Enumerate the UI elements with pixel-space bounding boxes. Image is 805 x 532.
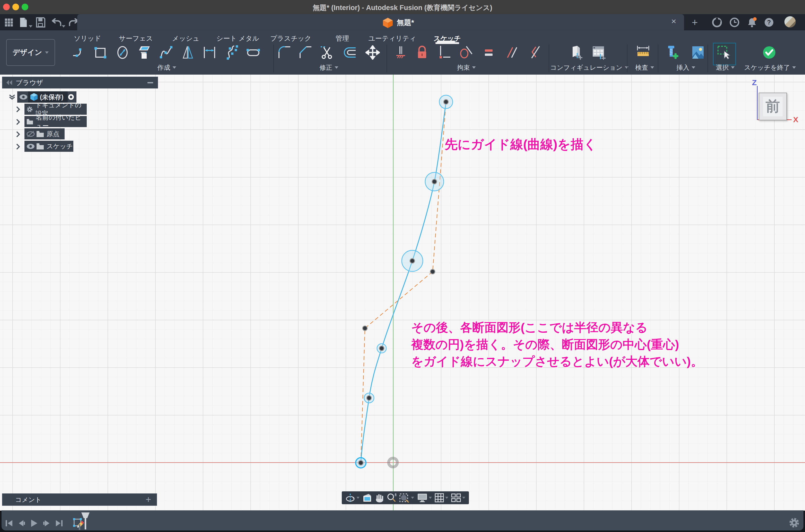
ribbon-tab-utilities[interactable]: ユーティリティ	[368, 34, 416, 43]
visibility-eye-icon[interactable]	[19, 94, 27, 100]
sketch-canvas[interactable]: 先にガイド線(曲線)を描く その後、各断面図形(ここでは半径の異なる 複数の円)…	[0, 75, 805, 511]
timeline-go-to-start-button[interactable]	[5, 519, 13, 527]
timeline-go-to-end-button[interactable]	[55, 519, 63, 527]
insert-canvas-image-icon[interactable]	[691, 45, 705, 60]
zoom-tool[interactable]: ±	[387, 493, 397, 503]
inspect-group-label[interactable]: 検査	[635, 63, 654, 72]
constraint-lock-icon[interactable]	[415, 45, 429, 60]
grid-caret[interactable]	[445, 497, 448, 499]
undo-caret[interactable]	[62, 24, 65, 28]
constraint-midpoint-icon[interactable]	[527, 45, 541, 60]
file-menu-caret[interactable]	[29, 24, 33, 28]
viewcube-z-axis	[757, 86, 757, 120]
fit-tool[interactable]	[399, 493, 414, 503]
create-group-label[interactable]: 作成	[157, 63, 176, 72]
display-settings[interactable]	[417, 493, 432, 502]
look-at-tool[interactable]	[362, 493, 372, 502]
collapse-panel-icon[interactable]	[6, 80, 13, 85]
pan-tool[interactable]	[375, 493, 384, 502]
constraint-horizontal-vertical-icon[interactable]	[437, 45, 451, 60]
create-slot-icon[interactable]	[246, 45, 260, 60]
ribbon-tab-manage[interactable]: 管理	[336, 34, 349, 43]
configuration-group-label[interactable]: コンフィギュレーション	[550, 63, 629, 72]
browser-item-sketches[interactable]: スケッチ	[24, 141, 73, 152]
finish-sketch-icon[interactable]	[762, 45, 776, 60]
ribbon-toolbar: ソリッド サーフェス メッシュ シート メタル プラスチック 管理 ユーティリテ…	[0, 30, 805, 75]
insert-fastener-icon[interactable]	[665, 45, 679, 60]
notifications-bell-icon[interactable]	[746, 17, 757, 29]
save-icon[interactable]	[36, 17, 45, 28]
expand-chevron-icon[interactable]	[16, 119, 20, 125]
select-group-label[interactable]: 選択	[716, 63, 735, 72]
timeline-step-back-button[interactable]	[17, 519, 26, 527]
active-document-radio-icon[interactable]	[68, 94, 74, 100]
job-status-clock-icon[interactable]	[729, 17, 740, 28]
browser-item-named-views[interactable]: 名前の付いたビュー	[24, 116, 87, 127]
modify-trim-icon[interactable]	[320, 45, 334, 60]
display-caret[interactable]	[429, 497, 432, 499]
viewports-caret[interactable]	[462, 497, 465, 499]
extensions-icon[interactable]	[712, 17, 722, 28]
create-circle-icon[interactable]	[115, 45, 130, 60]
fit-caret[interactable]	[411, 497, 414, 499]
add-comment-icon[interactable]: +	[146, 494, 151, 505]
create-rectangle-icon[interactable]	[93, 45, 108, 60]
expand-chevron-icon[interactable]	[16, 131, 20, 138]
modify-chamfer-icon[interactable]	[299, 45, 313, 60]
timeline-play-button[interactable]	[30, 519, 38, 527]
timeline-settings-gear-icon[interactable]	[788, 517, 800, 528]
ribbon-tab-mesh[interactable]: メッシュ	[172, 34, 200, 43]
orbit-caret[interactable]	[356, 497, 359, 499]
constraint-tangent-icon[interactable]	[458, 45, 473, 60]
data-panel-icon[interactable]	[5, 18, 13, 28]
select-tool-icon[interactable]	[716, 45, 731, 60]
constraint-equal-icon[interactable]	[482, 45, 496, 60]
user-avatar[interactable]	[784, 16, 796, 27]
create-mirror-icon[interactable]	[181, 45, 195, 60]
timeline-step-forward-button[interactable]	[42, 519, 51, 527]
grid-settings[interactable]	[435, 493, 448, 502]
browser-panel-header[interactable]: ブラウザ	[2, 77, 158, 89]
finish-sketch-group-label[interactable]: スケッチを終了	[744, 63, 796, 72]
ribbon-tab-sheetmetal[interactable]: シート メタル	[217, 34, 259, 43]
orbit-tool[interactable]	[345, 493, 359, 502]
new-tab-icon[interactable]: +	[692, 17, 698, 28]
modify-fillet-icon[interactable]	[277, 45, 292, 60]
comments-panel-header[interactable]: コメント +	[2, 493, 157, 506]
viewcube-x-label: X	[793, 115, 798, 124]
configuration-table-icon[interactable]	[591, 45, 605, 60]
create-fit-point-spline-icon[interactable]	[225, 45, 240, 60]
help-icon[interactable]: ?	[764, 17, 774, 28]
ribbon-tab-plastic[interactable]: プラスチック	[270, 34, 312, 43]
visibility-eye-icon[interactable]	[26, 144, 35, 149]
close-tab-icon[interactable]: ×	[671, 16, 676, 26]
expand-chevron-icon[interactable]	[16, 143, 20, 150]
viewcube-front-face[interactable]: 前	[763, 97, 783, 116]
create-line-arc-icon[interactable]	[73, 45, 87, 60]
expand-chevron-icon[interactable]	[16, 106, 20, 113]
ribbon-tab-surface[interactable]: サーフェス	[119, 34, 153, 43]
viewcube[interactable]: 前	[759, 93, 787, 120]
constrain-group-label[interactable]: 拘束	[457, 63, 476, 72]
visibility-off-eye-icon[interactable]	[26, 131, 35, 137]
workspace-selector-button[interactable]: デザイン	[6, 39, 55, 66]
create-dimension-icon[interactable]	[202, 45, 217, 60]
browser-item-origin[interactable]: 原点	[24, 128, 64, 139]
undo-icon[interactable]	[51, 18, 61, 27]
modify-move-icon[interactable]	[366, 45, 380, 60]
document-tab[interactable]: 無題* ×	[77, 14, 684, 30]
constraint-parallel-icon[interactable]	[505, 45, 519, 60]
inspect-measure-icon[interactable]	[636, 45, 650, 60]
browser-root-expand-icon[interactable]	[9, 94, 15, 100]
minimize-panel-icon[interactable]	[148, 82, 153, 83]
insert-group-label[interactable]: 挿入	[677, 63, 695, 72]
modify-offset-icon[interactable]	[342, 45, 357, 60]
file-menu-icon[interactable]	[20, 17, 27, 28]
modify-group-label[interactable]: 修正	[320, 63, 338, 72]
constraint-fix-icon[interactable]	[394, 45, 408, 60]
create-project-icon[interactable]	[137, 45, 152, 60]
viewports[interactable]	[451, 493, 465, 502]
configure-part-icon[interactable]	[568, 45, 583, 60]
create-spline-icon[interactable]	[159, 45, 173, 60]
ribbon-tab-solid[interactable]: ソリッド	[74, 34, 101, 43]
